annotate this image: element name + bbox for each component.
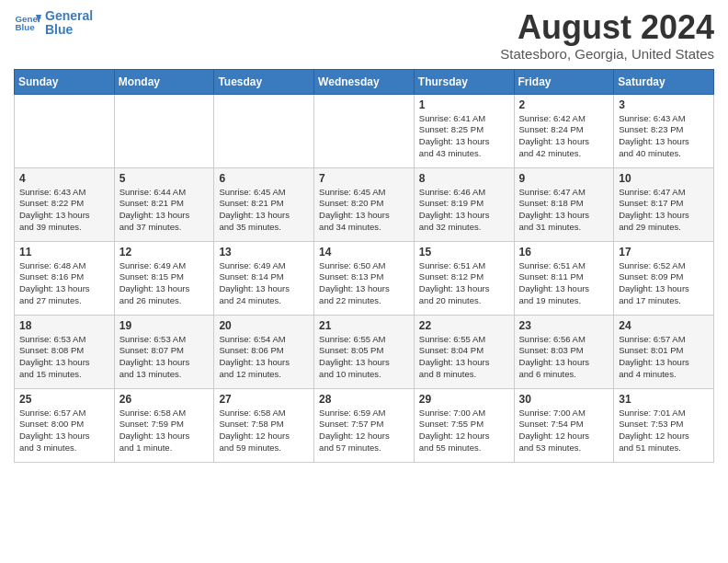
day-number: 1	[419, 98, 509, 111]
day-number: 7	[319, 172, 409, 185]
cell-info: Sunrise: 6:50 AM Sunset: 8:13 PM Dayligh…	[319, 260, 409, 307]
logo: General Blue General Blue	[14, 9, 93, 38]
calendar-cell: 29Sunrise: 7:00 AM Sunset: 7:55 PM Dayli…	[414, 388, 514, 462]
cell-info: Sunrise: 6:58 AM Sunset: 7:59 PM Dayligh…	[119, 408, 210, 454]
calendar-cell: 19Sunrise: 6:53 AM Sunset: 8:07 PM Dayli…	[114, 315, 214, 388]
day-number: 22	[419, 319, 509, 332]
day-number: 17	[619, 246, 709, 259]
calendar-cell	[15, 94, 115, 167]
day-number: 31	[619, 393, 709, 406]
cell-info: Sunrise: 6:53 AM Sunset: 8:08 PM Dayligh…	[19, 334, 109, 381]
day-header-monday: Monday	[114, 69, 214, 94]
calendar-cell: 22Sunrise: 6:55 AM Sunset: 8:04 PM Dayli…	[414, 315, 514, 388]
calendar-cell: 30Sunrise: 7:00 AM Sunset: 7:54 PM Dayli…	[514, 388, 614, 462]
calendar-cell: 17Sunrise: 6:52 AM Sunset: 8:09 PM Dayli…	[614, 241, 714, 315]
page-title: August 2024	[500, 9, 714, 46]
calendar-header-row: SundayMondayTuesdayWednesdayThursdayFrid…	[15, 69, 714, 94]
day-number: 8	[419, 172, 509, 185]
day-number: 2	[519, 98, 609, 111]
calendar-cell	[114, 94, 214, 167]
cell-info: Sunrise: 6:49 AM Sunset: 8:15 PM Dayligh…	[119, 260, 210, 307]
cell-info: Sunrise: 6:59 AM Sunset: 7:57 PM Dayligh…	[319, 408, 409, 454]
cell-info: Sunrise: 6:55 AM Sunset: 8:05 PM Dayligh…	[319, 334, 409, 381]
day-number: 16	[519, 246, 609, 259]
cell-info: Sunrise: 6:41 AM Sunset: 8:25 PM Dayligh…	[419, 113, 509, 160]
cell-info: Sunrise: 7:00 AM Sunset: 7:55 PM Dayligh…	[419, 408, 509, 454]
cell-info: Sunrise: 6:57 AM Sunset: 8:00 PM Dayligh…	[19, 408, 109, 454]
day-number: 13	[219, 246, 309, 259]
calendar-week-5: 25Sunrise: 6:57 AM Sunset: 8:00 PM Dayli…	[15, 388, 714, 462]
calendar-week-1: 1Sunrise: 6:41 AM Sunset: 8:25 PM Daylig…	[15, 94, 714, 167]
day-number: 12	[119, 246, 210, 259]
logo-text: General Blue	[45, 9, 93, 38]
cell-info: Sunrise: 6:56 AM Sunset: 8:03 PM Dayligh…	[519, 334, 609, 381]
calendar-cell: 4Sunrise: 6:43 AM Sunset: 8:22 PM Daylig…	[15, 167, 115, 241]
day-number: 29	[419, 393, 509, 406]
cell-info: Sunrise: 6:43 AM Sunset: 8:23 PM Dayligh…	[619, 113, 709, 160]
calendar-cell: 6Sunrise: 6:45 AM Sunset: 8:21 PM Daylig…	[214, 167, 314, 241]
day-number: 14	[319, 246, 409, 259]
cell-info: Sunrise: 7:01 AM Sunset: 7:53 PM Dayligh…	[619, 408, 709, 454]
day-header-tuesday: Tuesday	[214, 69, 314, 94]
day-number: 5	[119, 172, 210, 185]
calendar-week-4: 18Sunrise: 6:53 AM Sunset: 8:08 PM Dayli…	[15, 315, 714, 388]
calendar-cell: 25Sunrise: 6:57 AM Sunset: 8:00 PM Dayli…	[15, 388, 115, 462]
calendar-cell: 1Sunrise: 6:41 AM Sunset: 8:25 PM Daylig…	[414, 94, 514, 167]
calendar-cell: 16Sunrise: 6:51 AM Sunset: 8:11 PM Dayli…	[514, 241, 614, 315]
calendar-cell: 15Sunrise: 6:51 AM Sunset: 8:12 PM Dayli…	[414, 241, 514, 315]
day-header-wednesday: Wednesday	[314, 69, 415, 94]
calendar-cell: 5Sunrise: 6:44 AM Sunset: 8:21 PM Daylig…	[114, 167, 214, 241]
calendar-cell: 12Sunrise: 6:49 AM Sunset: 8:15 PM Dayli…	[114, 241, 214, 315]
calendar-cell: 23Sunrise: 6:56 AM Sunset: 8:03 PM Dayli…	[514, 315, 614, 388]
day-number: 3	[619, 98, 709, 111]
day-number: 10	[619, 172, 709, 185]
calendar-cell: 28Sunrise: 6:59 AM Sunset: 7:57 PM Dayli…	[314, 388, 415, 462]
cell-info: Sunrise: 6:47 AM Sunset: 8:18 PM Dayligh…	[519, 187, 609, 234]
calendar-cell: 7Sunrise: 6:45 AM Sunset: 8:20 PM Daylig…	[314, 167, 415, 241]
day-number: 21	[319, 319, 409, 332]
day-number: 11	[19, 246, 109, 259]
calendar-cell: 31Sunrise: 7:01 AM Sunset: 7:53 PM Dayli…	[614, 388, 714, 462]
day-header-friday: Friday	[514, 69, 614, 94]
cell-info: Sunrise: 6:58 AM Sunset: 7:58 PM Dayligh…	[219, 408, 309, 454]
cell-info: Sunrise: 6:51 AM Sunset: 8:12 PM Dayligh…	[419, 260, 509, 307]
day-number: 4	[19, 172, 109, 185]
svg-text:Blue: Blue	[16, 22, 36, 32]
day-number: 9	[519, 172, 609, 185]
cell-info: Sunrise: 6:45 AM Sunset: 8:20 PM Dayligh…	[319, 187, 409, 234]
calendar-table: SundayMondayTuesdayWednesdayThursdayFrid…	[14, 69, 714, 463]
calendar-week-3: 11Sunrise: 6:48 AM Sunset: 8:16 PM Dayli…	[15, 241, 714, 315]
cell-info: Sunrise: 6:49 AM Sunset: 8:14 PM Dayligh…	[219, 260, 309, 307]
calendar-cell: 2Sunrise: 6:42 AM Sunset: 8:24 PM Daylig…	[514, 94, 614, 167]
calendar-cell	[214, 94, 314, 167]
day-number: 6	[219, 172, 309, 185]
calendar-cell: 8Sunrise: 6:46 AM Sunset: 8:19 PM Daylig…	[414, 167, 514, 241]
cell-info: Sunrise: 6:43 AM Sunset: 8:22 PM Dayligh…	[19, 187, 109, 234]
calendar-week-2: 4Sunrise: 6:43 AM Sunset: 8:22 PM Daylig…	[15, 167, 714, 241]
day-number: 28	[319, 393, 409, 406]
title-block: August 2024 Statesboro, Georgia, United …	[500, 9, 714, 62]
calendar-cell: 10Sunrise: 6:47 AM Sunset: 8:17 PM Dayli…	[614, 167, 714, 241]
page-header: General Blue General Blue August 2024 St…	[14, 9, 714, 62]
calendar-cell: 26Sunrise: 6:58 AM Sunset: 7:59 PM Dayli…	[114, 388, 214, 462]
cell-info: Sunrise: 6:42 AM Sunset: 8:24 PM Dayligh…	[519, 113, 609, 160]
calendar-cell: 24Sunrise: 6:57 AM Sunset: 8:01 PM Dayli…	[614, 315, 714, 388]
calendar-cell: 14Sunrise: 6:50 AM Sunset: 8:13 PM Dayli…	[314, 241, 415, 315]
cell-info: Sunrise: 6:54 AM Sunset: 8:06 PM Dayligh…	[219, 334, 309, 381]
day-number: 26	[119, 393, 210, 406]
day-header-thursday: Thursday	[414, 69, 514, 94]
day-number: 24	[619, 319, 709, 332]
day-header-sunday: Sunday	[15, 69, 115, 94]
day-number: 15	[419, 246, 509, 259]
calendar-cell: 11Sunrise: 6:48 AM Sunset: 8:16 PM Dayli…	[15, 241, 115, 315]
calendar-cell: 9Sunrise: 6:47 AM Sunset: 8:18 PM Daylig…	[514, 167, 614, 241]
cell-info: Sunrise: 6:45 AM Sunset: 8:21 PM Dayligh…	[219, 187, 309, 234]
calendar-cell: 13Sunrise: 6:49 AM Sunset: 8:14 PM Dayli…	[214, 241, 314, 315]
day-number: 25	[19, 393, 109, 406]
page-subtitle: Statesboro, Georgia, United States	[500, 46, 714, 62]
cell-info: Sunrise: 7:00 AM Sunset: 7:54 PM Dayligh…	[519, 408, 609, 454]
cell-info: Sunrise: 6:48 AM Sunset: 8:16 PM Dayligh…	[19, 260, 109, 307]
calendar-cell: 21Sunrise: 6:55 AM Sunset: 8:05 PM Dayli…	[314, 315, 415, 388]
day-number: 18	[19, 319, 109, 332]
day-number: 19	[119, 319, 210, 332]
